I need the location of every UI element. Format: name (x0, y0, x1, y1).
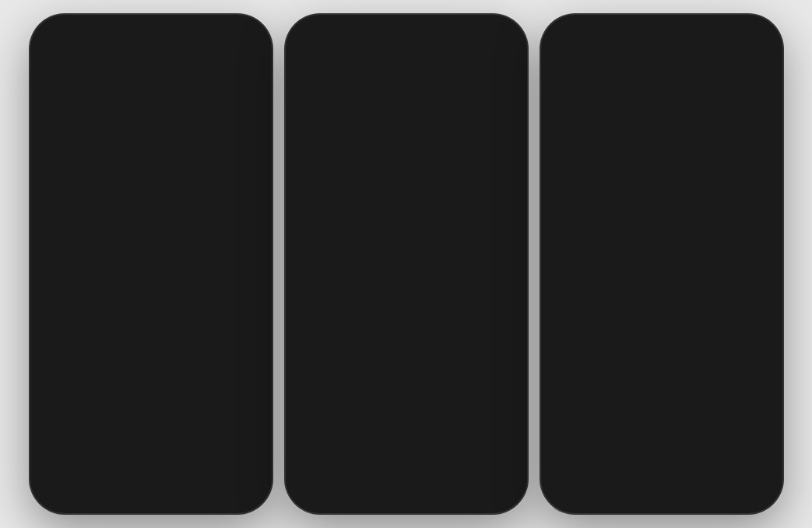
profile-avatar[interactable] (554, 52, 580, 79)
tab-chats[interactable]: 💬 (315, 477, 336, 498)
people-story[interactable] (407, 120, 462, 198)
story-item[interactable]: Photo (127, 120, 164, 169)
chat-item[interactable]: Sonya Shagan Hey, come back! 18:04 now (30, 177, 272, 227)
chat-meta: now (243, 298, 258, 308)
chat-preview: Come, despite a message 4:20 (85, 363, 236, 374)
recent-item-zoo[interactable]: 🐾 Зоомагазин Biga Zoo (684, 174, 740, 237)
more-section-header: More See More (541, 249, 782, 274)
camera-icon[interactable]: 📷 (209, 56, 229, 75)
status-time: 16:38 (49, 29, 79, 42)
story-avatar (170, 120, 208, 157)
search-bar[interactable]: 🔍 Search (554, 85, 770, 109)
search-icon: 🔍 (51, 91, 64, 104)
people-tab-badge: 6 (666, 474, 678, 484)
more-item-sales[interactable]: ⚙️ Sales Machine Education Обучения и Би… (541, 274, 782, 325)
more-item-getbg[interactable]: 🛒 Get.bg Shopping Ако търсите добри цени… (541, 375, 782, 426)
compose-icon[interactable]: ✏️ (240, 56, 259, 75)
wifi-icon: ▲ (492, 30, 501, 40)
see-more-link[interactable]: See More (726, 254, 769, 266)
people-story[interactable] (350, 120, 404, 198)
tab-people[interactable]: 👥 6 (651, 477, 672, 498)
chats-header: Chats 📷 ✏️ (30, 49, 272, 85)
more-item-ludo[interactable]: 🎲 Ludo Club Game (541, 325, 782, 375)
people-story[interactable] (465, 120, 519, 198)
search-icon: 🔍 (306, 91, 319, 104)
online-indicator (508, 227, 515, 234)
search-bar[interactable]: 🔍 Search (43, 85, 259, 109)
contacts-icon[interactable]: 📋 (465, 56, 484, 75)
chat-item[interactable]: Tsveто Panev Sooooh Jam, • Top now (30, 382, 272, 433)
people-screen: 16:38 ▲ ▮ People 📋 👤 🔍 (286, 15, 527, 513)
more-info: Ludo Club Game (597, 340, 770, 361)
online-indicator (508, 430, 515, 436)
recent-name: GearBest (630, 218, 663, 227)
chat-item[interactable]: Eliza Marcheva 😊 13:05 now (30, 227, 272, 278)
tab-discover[interactable]: 🧭 (476, 477, 497, 498)
people-list: Sonya Shagan Kalina Kandulkova Kamen Gac… (286, 206, 527, 513)
more-info: Sales Machine Education Обучения и Бизне… (597, 284, 770, 315)
people-story[interactable] (292, 120, 346, 198)
story-avatar (83, 120, 121, 157)
status-time: 16:38 (560, 29, 589, 42)
status-time: 16:38 (304, 29, 334, 42)
more-item-desc: Play Solitaire & Travel the World! (597, 457, 770, 466)
chat-preview: Reply. 2024 (85, 304, 236, 315)
recent-item-aa[interactable]: AATRAININGCLUB AATraining – Обучение... (554, 174, 610, 237)
story-label: New Story (40, 160, 76, 169)
add-story-avatar: + (40, 120, 77, 157)
tab-people[interactable]: 👥 6 (395, 477, 417, 498)
people-name: Kamen Gachev (340, 326, 501, 338)
search-bar[interactable]: 🔍 Search (298, 85, 515, 109)
chat-preview: 😊 13:05 (85, 254, 236, 265)
story-add[interactable]: + New Story (40, 120, 77, 169)
chat-item[interactable]: Pete Lovers 2 Reply. 2024 now (30, 278, 272, 329)
signal-icon (733, 31, 744, 39)
recent-icon-aatraining: AATRAININGCLUB (561, 174, 602, 215)
tab-bar: 💬 👥 6 🧭 (541, 470, 782, 513)
online-indicator (508, 278, 515, 284)
tab-people[interactable]: 👥 6 (140, 477, 161, 498)
tab-chats[interactable]: 💬 (60, 477, 81, 498)
signal-icon (477, 31, 489, 39)
people-item[interactable]: Kamen Gachev (286, 307, 527, 357)
chat-item[interactable]: Miko & K-9 Dog Training Health... Come, … (30, 329, 272, 382)
story-label: Chad (223, 160, 242, 169)
more-item-solitaire[interactable]: 🃏 Solitaire Story – Tripeaks Game Play S… (541, 426, 782, 477)
chat-info: Tsveто Panev Sooooh Jam, • Top (85, 395, 236, 420)
story-item[interactable]: Chad (214, 120, 251, 169)
tab-discover[interactable]: 🧭 (731, 477, 752, 498)
stories-row: + New Story Sylvia Photo Yasser Chad (30, 117, 272, 177)
tab-for-you[interactable]: FOR YOU (554, 118, 662, 139)
tab-businesses[interactable]: BUSINESSES (662, 118, 769, 139)
people-item[interactable]: Kalina Kandulkova (286, 256, 527, 307)
profile-avatar[interactable] (43, 52, 69, 79)
search-placeholder: Search (324, 90, 361, 104)
people-avatar (298, 264, 332, 298)
people-item[interactable]: Magdalena Stefanova (286, 408, 527, 459)
chat-avatar (43, 338, 77, 372)
people-item[interactable]: Sonya Shagan (286, 206, 527, 256)
story-item[interactable]: Sylvia (83, 120, 121, 169)
tab-discover[interactable]: 🧭 (220, 477, 241, 498)
battery-icon: ▮ (759, 30, 764, 40)
more-icon: 🎲 (554, 333, 588, 367)
recent-item-gb[interactable]: GB GearBest (619, 174, 675, 237)
add-person-icon[interactable]: 👤 (495, 56, 515, 75)
recent-name: AATraining – Обучение... (554, 218, 610, 237)
story-item[interactable]: Yasser (170, 120, 208, 169)
header-actions: 📋 👤 (465, 56, 515, 75)
battery-icon: ▮ (248, 30, 253, 40)
more-icon: 🃏 (554, 434, 588, 468)
story-avatar (214, 120, 251, 157)
people-item[interactable]: Paradot (286, 357, 527, 408)
chat-time: now (243, 248, 258, 257)
discover-header: Discover (541, 49, 782, 85)
people-name: Magdalena Stefanova (340, 427, 501, 439)
chat-name: Miko & K-9 Dog Training Health... (85, 336, 236, 361)
recent-row: AATRAININGCLUB AATraining – Обучение... … (541, 174, 782, 249)
wifi-icon: ▲ (747, 30, 756, 40)
more-item-name: Sales Machine (597, 284, 770, 296)
profile-avatar[interactable] (298, 52, 325, 79)
recent-name: Зоомагазин Biga Zoo (684, 218, 740, 237)
tab-chats[interactable]: 💬 (571, 477, 592, 498)
